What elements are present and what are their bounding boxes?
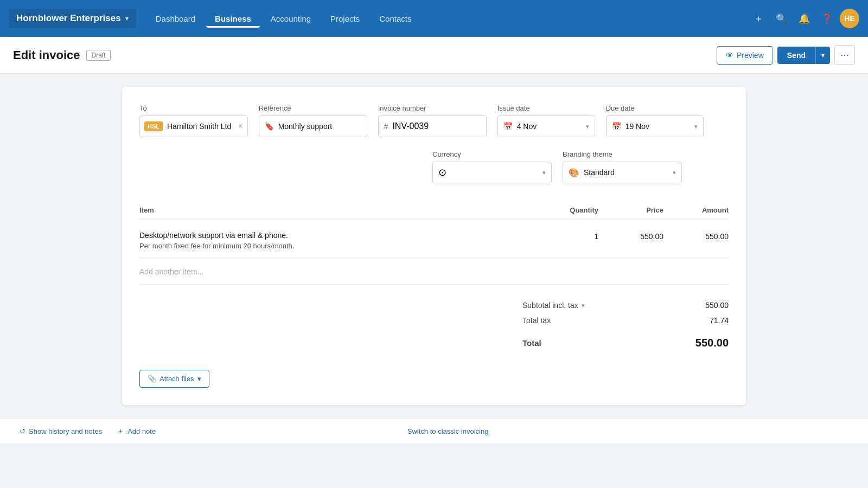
reference-value: Monthly support (278, 122, 333, 131)
hash-icon: # (384, 122, 388, 131)
nav-dashboard[interactable]: Dashboard (147, 10, 204, 28)
preview-icon: 👁 (726, 51, 733, 60)
bottom-section: 📎 Attach files ▾ (139, 370, 729, 388)
history-icon: ↺ (20, 427, 25, 435)
item-sub-description: Per month fixed fee for minimum 20 hours… (139, 242, 533, 250)
nav-accounting[interactable]: Accounting (262, 10, 320, 28)
invoice-number-group: Invoice number # INV-0039 (378, 104, 487, 137)
help-button[interactable]: ❓ (817, 9, 837, 28)
to-badge: HSL (144, 121, 163, 131)
form-row-1: To HSL Hamilton Smith Ltd × Reference 🔖 … (139, 104, 729, 137)
item-quantity: 1 (533, 231, 598, 250)
main-content: To HSL Hamilton Smith Ltd × Reference 🔖 … (0, 74, 868, 418)
send-dropdown-button[interactable]: ▾ (815, 47, 830, 64)
form-row-2: Currency ⊙ ▾ Branding theme 🎨 Standard ▾ (139, 150, 729, 183)
item-price: 550.00 (598, 231, 663, 250)
currency-group: Currency ⊙ ▾ (432, 150, 552, 183)
nav-actions: ＋ 🔍 🔔 ❓ HE (749, 9, 859, 28)
items-table: Item Quantity Price Amount Desktop/netwo… (139, 201, 729, 285)
item-description-cell: Desktop/network support via email & phon… (139, 231, 533, 250)
subtotal-row: Subtotal incl. tax ▾ 550.00 (522, 298, 729, 313)
due-date-label: Due date (606, 104, 704, 112)
classic-invoicing-link[interactable]: Switch to classic invoicing (407, 427, 489, 435)
footer-bar: ↺ Show history and notes ＋ Add note Swit… (0, 418, 868, 444)
add-note-link[interactable]: ＋ Add note (117, 426, 156, 436)
col-item: Item (139, 206, 533, 214)
total-row: Total 550.00 (522, 330, 729, 352)
nav-projects[interactable]: Projects (322, 10, 368, 28)
table-row[interactable]: Desktop/network support via email & phon… (139, 222, 729, 259)
brand-button[interactable]: Hornblower Enterprises ▾ (9, 9, 136, 28)
subtotal-dropdown-icon[interactable]: ▾ (582, 302, 585, 309)
items-header: Item Quantity Price Amount (139, 201, 729, 220)
total-tax-row: Total tax 71.74 (522, 313, 729, 328)
to-name: Hamilton Smith Ltd (167, 122, 231, 131)
currency-label: Currency (432, 150, 552, 158)
footer-left-links: ↺ Show history and notes ＋ Add note (20, 426, 156, 436)
due-date-group: Due date 📅 19 Nov ▾ (606, 104, 704, 137)
issue-date-value: 4 Nov (517, 122, 582, 131)
invoice-number-label: Invoice number (378, 104, 487, 112)
col-quantity: Quantity (533, 206, 598, 214)
notifications-button[interactable]: 🔔 (794, 9, 814, 28)
avatar[interactable]: HE (840, 9, 859, 28)
due-date-value: 19 Nov (626, 122, 690, 131)
invoice-number-field[interactable]: # INV-0039 (378, 115, 487, 137)
subtotal-label: Subtotal incl. tax ▾ (522, 301, 585, 310)
header-actions: 👁 Preview Send ▾ ⋯ (717, 45, 855, 65)
total-tax-value: 71.74 (710, 316, 729, 325)
search-button[interactable]: 🔍 (771, 9, 791, 28)
item-amount: 550.00 (663, 231, 729, 250)
add-item-placeholder: Add another item... (139, 267, 203, 276)
currency-chevron-icon: ▾ (542, 169, 546, 176)
bookmark-icon: 🔖 (265, 122, 274, 131)
reference-label: Reference (259, 104, 367, 112)
branding-theme-value: Standard (584, 168, 668, 177)
totals-table: Subtotal incl. tax ▾ 550.00 Total tax 71… (522, 298, 729, 352)
totals-section: Subtotal incl. tax ▾ 550.00 Total tax 71… (139, 298, 729, 352)
branding-theme-group: Branding theme 🎨 Standard ▾ (563, 150, 682, 183)
brand-name: Hornblower Enterprises (16, 13, 121, 24)
reference-group: Reference 🔖 Monthly support (259, 104, 367, 137)
total-label: Total (522, 338, 541, 348)
attach-files-button[interactable]: 📎 Attach files ▾ (139, 370, 209, 388)
issue-date-label: Issue date (497, 104, 595, 112)
currency-icon: ⊙ (438, 166, 446, 178)
due-date-field[interactable]: 📅 19 Nov ▾ (606, 115, 704, 137)
add-item-row[interactable]: Add another item... (139, 259, 729, 285)
attach-chevron-icon: ▾ (197, 375, 201, 383)
issue-date-chevron-icon: ▾ (586, 123, 589, 130)
invoice-number-value: INV-0039 (392, 121, 429, 131)
page-title-group: Edit invoice Draft (13, 48, 111, 62)
to-close-icon[interactable]: × (238, 121, 242, 131)
due-date-chevron-icon: ▾ (694, 123, 698, 130)
item-description: Desktop/network support via email & phon… (139, 231, 533, 240)
invoice-card: To HSL Hamilton Smith Ltd × Reference 🔖 … (122, 87, 746, 405)
branding-theme-field[interactable]: 🎨 Standard ▾ (563, 162, 682, 183)
reference-field[interactable]: 🔖 Monthly support (259, 115, 367, 137)
total-tax-label: Total tax (522, 316, 551, 325)
issue-date-field[interactable]: 📅 4 Nov ▾ (497, 115, 595, 137)
col-price: Price (598, 206, 663, 214)
to-field[interactable]: HSL Hamilton Smith Ltd × (139, 115, 248, 137)
more-options-button[interactable]: ⋯ (834, 45, 855, 65)
currency-field[interactable]: ⊙ ▾ (432, 162, 552, 183)
send-button[interactable]: Send (777, 47, 815, 64)
nav-business[interactable]: Business (206, 10, 260, 28)
calendar-icon: 📅 (503, 122, 513, 131)
attach-icon: 📎 (148, 375, 156, 383)
add-note-icon: ＋ (117, 426, 124, 436)
preview-label: Preview (737, 51, 764, 60)
to-label: To (139, 104, 248, 112)
history-notes-link[interactable]: ↺ Show history and notes (20, 427, 102, 435)
status-badge: Draft (86, 50, 110, 61)
avatar-initials: HE (844, 14, 854, 23)
to-group: To HSL Hamilton Smith Ltd × (139, 104, 248, 137)
theme-icon: 🎨 (569, 168, 579, 178)
total-value: 550.00 (695, 337, 729, 349)
nav-links: Dashboard Business Accounting Projects C… (147, 10, 749, 28)
preview-button[interactable]: 👁 Preview (717, 46, 773, 65)
add-button[interactable]: ＋ (749, 9, 768, 28)
add-note-label: Add note (127, 427, 156, 435)
nav-contacts[interactable]: Contacts (371, 10, 420, 28)
